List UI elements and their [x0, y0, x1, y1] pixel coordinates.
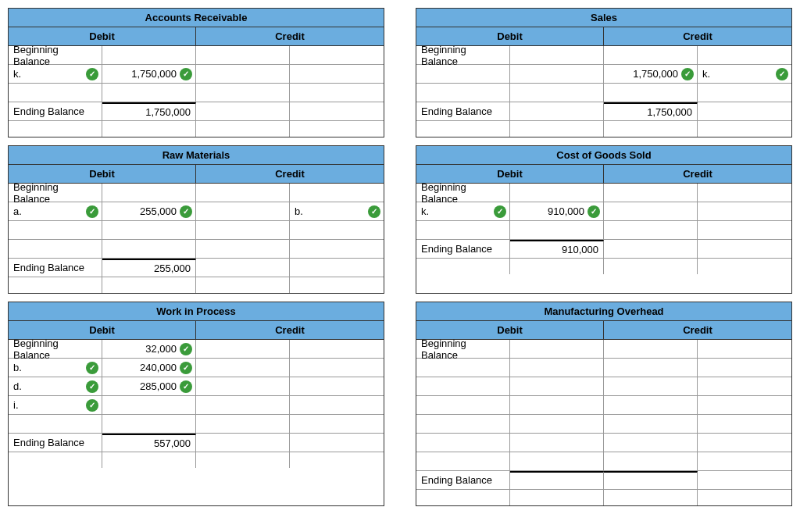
cell[interactable]: [290, 84, 384, 102]
cell[interactable]: [698, 46, 791, 65]
cell[interactable]: [196, 359, 290, 377]
cell[interactable]: [102, 84, 196, 102]
cell[interactable]: [510, 184, 604, 202]
beginning-amount[interactable]: 32,000: [102, 340, 196, 359]
entry-label[interactable]: i.: [9, 396, 102, 415]
cell[interactable]: [290, 65, 384, 84]
cell[interactable]: [9, 84, 102, 102]
cell[interactable]: [698, 221, 791, 240]
cell[interactable]: [102, 396, 196, 415]
cell[interactable]: [698, 340, 791, 359]
cell[interactable]: [9, 221, 102, 240]
cell[interactable]: [196, 84, 290, 102]
cell[interactable]: [290, 415, 384, 434]
cell[interactable]: [290, 340, 384, 359]
entry-amount[interactable]: 285,000: [102, 377, 196, 396]
cell[interactable]: [698, 184, 791, 202]
entry-label[interactable]: b.: [9, 359, 102, 377]
cell[interactable]: [510, 377, 604, 396]
entry-label[interactable]: a.: [9, 202, 102, 221]
cell[interactable]: [604, 202, 698, 221]
cell[interactable]: [698, 415, 791, 434]
entry-amount[interactable]: 1,750,000: [102, 65, 196, 84]
cell[interactable]: [416, 359, 510, 377]
cell[interactable]: [102, 240, 196, 259]
cell[interactable]: [196, 415, 290, 434]
cell[interactable]: [698, 452, 791, 471]
cell[interactable]: [416, 452, 510, 471]
cell[interactable]: [196, 46, 290, 65]
cell[interactable]: [196, 202, 290, 221]
entry-label[interactable]: k.: [698, 65, 791, 84]
entry-label[interactable]: k.: [9, 65, 102, 84]
cell[interactable]: [604, 340, 698, 359]
cell[interactable]: [510, 46, 604, 65]
cell[interactable]: [290, 46, 384, 65]
entry-label[interactable]: k.: [416, 202, 510, 221]
cell[interactable]: [102, 46, 196, 65]
cell[interactable]: [604, 84, 698, 102]
cell[interactable]: [196, 65, 290, 84]
taccount-raw-materials: Raw Materials Debit Credit Beginning Bal…: [8, 145, 384, 294]
cell[interactable]: [510, 396, 604, 415]
cell[interactable]: [698, 202, 791, 221]
entry-amount[interactable]: 910,000: [510, 202, 604, 221]
cell[interactable]: [416, 415, 510, 434]
cell[interactable]: [510, 415, 604, 434]
cell[interactable]: [102, 221, 196, 240]
entry-label[interactable]: d.: [9, 377, 102, 396]
cell[interactable]: [604, 415, 698, 434]
cell[interactable]: [290, 377, 384, 396]
cell[interactable]: [510, 340, 604, 359]
ending-balance-label: Ending Balance: [9, 259, 102, 277]
cell[interactable]: [698, 359, 791, 377]
cell[interactable]: [9, 415, 102, 434]
entry-label[interactable]: b.: [290, 202, 384, 221]
cell[interactable]: [196, 377, 290, 396]
cell[interactable]: [196, 221, 290, 240]
entry-amount[interactable]: 240,000: [102, 359, 196, 377]
ending-debit-amount: 1,750,000: [102, 102, 196, 121]
cell[interactable]: [510, 434, 604, 452]
cell[interactable]: [510, 221, 604, 240]
cell[interactable]: [416, 84, 510, 102]
cell[interactable]: [698, 377, 791, 396]
cell[interactable]: [604, 184, 698, 202]
cell[interactable]: [102, 184, 196, 202]
cell[interactable]: [510, 452, 604, 471]
cell[interactable]: [416, 396, 510, 415]
cell[interactable]: [510, 84, 604, 102]
cell[interactable]: [196, 184, 290, 202]
cell[interactable]: [196, 340, 290, 359]
cell[interactable]: [102, 415, 196, 434]
entry-amount[interactable]: 1,750,000: [604, 65, 698, 84]
cell[interactable]: [510, 65, 604, 84]
cell[interactable]: [698, 84, 791, 102]
cell[interactable]: [290, 396, 384, 415]
cell[interactable]: [290, 184, 384, 202]
cell[interactable]: [416, 65, 510, 84]
cell[interactable]: [416, 377, 510, 396]
cell[interactable]: [604, 221, 698, 240]
cell[interactable]: [604, 46, 698, 65]
cell[interactable]: [510, 359, 604, 377]
cell[interactable]: [290, 359, 384, 377]
cell[interactable]: [196, 396, 290, 415]
credit-header: Credit: [604, 165, 791, 183]
cell[interactable]: [290, 240, 384, 259]
cell[interactable]: [604, 359, 698, 377]
cell[interactable]: [698, 434, 791, 452]
cell[interactable]: [604, 452, 698, 471]
cell[interactable]: [196, 240, 290, 259]
cell[interactable]: [604, 434, 698, 452]
check-icon: [86, 205, 98, 218]
check-icon: [180, 362, 192, 374]
entry-amount[interactable]: 255,000: [102, 202, 196, 221]
cell[interactable]: [416, 221, 510, 240]
cell[interactable]: [604, 377, 698, 396]
cell[interactable]: [290, 221, 384, 240]
cell[interactable]: [416, 434, 510, 452]
cell[interactable]: [9, 240, 102, 259]
cell[interactable]: [604, 396, 698, 415]
cell[interactable]: [698, 396, 791, 415]
